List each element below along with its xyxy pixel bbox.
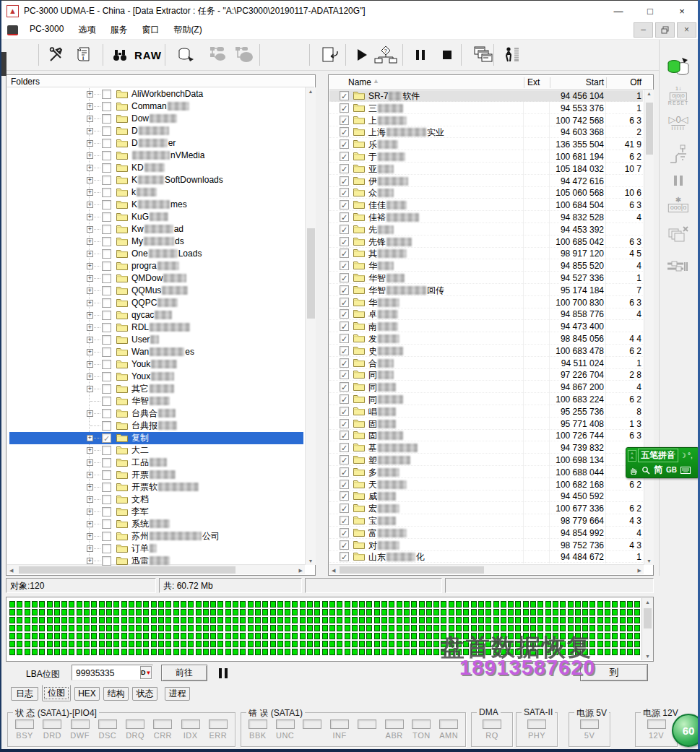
file-row[interactable]: ✓佳佳100 684 5046 3 bbox=[329, 199, 643, 211]
database-export-button[interactable] bbox=[173, 45, 199, 65]
tools-button[interactable] bbox=[45, 45, 68, 65]
file-row[interactable]: ✓上海实业94 603 3682 bbox=[329, 126, 643, 138]
tree-checkbox[interactable] bbox=[102, 212, 111, 222]
file-row[interactable]: ✓同97 226 7042 8 bbox=[329, 369, 643, 381]
tree-row[interactable]: +QQPC bbox=[7, 297, 303, 309]
tree-checkbox[interactable] bbox=[102, 188, 111, 197]
tree-row[interactable]: +QQMus bbox=[7, 285, 303, 297]
file-row[interactable]: ✓先锋100 685 0426 3 bbox=[329, 236, 643, 248]
tree-expander-icon[interactable]: + bbox=[87, 300, 93, 306]
tree-expander-icon[interactable]: + bbox=[87, 410, 93, 417]
tree-expander-icon[interactable]: + bbox=[87, 337, 93, 343]
tree-row[interactable]: +D bbox=[7, 125, 303, 137]
tree-checkbox[interactable] bbox=[102, 458, 111, 467]
tree-expander-icon[interactable]: + bbox=[87, 91, 93, 98]
ime-simplified-label[interactable]: 简 bbox=[654, 464, 662, 476]
file-row[interactable]: ✓同100 683 2246 2 bbox=[329, 394, 643, 405]
tree-expander-icon[interactable]: + bbox=[87, 312, 93, 319]
file-checkbox[interactable]: ✓ bbox=[340, 152, 349, 161]
tree-expander-icon[interactable]: + bbox=[87, 165, 93, 171]
tree-checkbox[interactable] bbox=[102, 286, 111, 295]
ime-keyboard-icon[interactable] bbox=[680, 467, 691, 474]
ime-toolbar[interactable]: ^^ 五笔拼音 ☽ °, 简 GB bbox=[626, 447, 699, 478]
tree-checkbox[interactable] bbox=[102, 311, 111, 320]
file-checkbox[interactable]: ✓ bbox=[340, 127, 349, 137]
ime-collapse-icon[interactable]: ^^ bbox=[628, 450, 636, 462]
tree-checkbox[interactable] bbox=[102, 421, 111, 431]
ime-search-icon[interactable] bbox=[641, 466, 650, 475]
ime-punct-icon[interactable]: °, bbox=[688, 451, 693, 459]
tree-expander-icon[interactable]: + bbox=[87, 202, 93, 208]
tree-checkbox[interactable] bbox=[102, 163, 111, 173]
tree-row[interactable]: +KuG bbox=[7, 211, 303, 223]
file-row[interactable]: ✓上100 742 5686 3 bbox=[329, 115, 643, 126]
file-row[interactable]: ✓史100 683 4786 2 bbox=[329, 345, 643, 357]
tree-row[interactable]: +开票 bbox=[7, 469, 303, 481]
file-checkbox[interactable]: ✓ bbox=[340, 309, 349, 319]
file-checkbox[interactable]: ✓ bbox=[340, 480, 349, 489]
tree-checkbox[interactable] bbox=[102, 249, 111, 259]
file-row[interactable]: ✓宏100 677 3366 2 bbox=[329, 503, 643, 514]
tree-row[interactable]: +progra bbox=[7, 260, 303, 272]
file-row[interactable]: ✓乐136 355 50441 9 bbox=[329, 139, 643, 150]
file-row[interactable]: ✓同94 867 2004 bbox=[329, 381, 643, 393]
tree-checkbox[interactable] bbox=[102, 114, 111, 124]
export-data-button[interactable] bbox=[318, 45, 342, 65]
file-row[interactable]: ✓于100 681 1946 2 bbox=[329, 151, 643, 163]
menu-item-2[interactable]: 服务 bbox=[103, 24, 134, 36]
tree-row[interactable]: +KD bbox=[7, 162, 303, 174]
file-row[interactable]: ✓其98 917 1204 5 bbox=[329, 248, 643, 259]
tree-row[interactable]: +Myds bbox=[7, 235, 303, 248]
file-checkbox[interactable]: ✓ bbox=[340, 394, 349, 404]
file-checkbox[interactable]: ✓ bbox=[340, 455, 349, 464]
file-checkbox[interactable]: ✓ bbox=[340, 321, 349, 331]
tree-row[interactable]: +AliWorkbenchData bbox=[7, 88, 303, 100]
tree-row[interactable]: +qycac bbox=[7, 309, 303, 321]
search-icon[interactable] bbox=[108, 45, 131, 65]
stop-button[interactable] bbox=[438, 45, 457, 65]
tree-row[interactable]: +RDL bbox=[7, 321, 303, 334]
file-row[interactable]: ✓南94 473 400 bbox=[329, 321, 643, 332]
column-start[interactable]: Start bbox=[550, 77, 604, 87]
tree-expander-icon[interactable]: + bbox=[87, 533, 93, 540]
tree-checkbox[interactable] bbox=[102, 532, 111, 541]
tree-checkbox[interactable] bbox=[102, 519, 111, 529]
file-checkbox[interactable]: ✓ bbox=[340, 200, 349, 209]
file-checkbox[interactable]: ✓ bbox=[340, 419, 349, 428]
file-checkbox[interactable]: ✓ bbox=[340, 164, 349, 173]
tree-row[interactable]: +nVMedia bbox=[7, 150, 303, 162]
build-map-alt-button[interactable] bbox=[231, 45, 257, 65]
file-checkbox[interactable]: ✓ bbox=[340, 370, 349, 379]
tree-expander-icon[interactable]: + bbox=[87, 116, 93, 122]
file-list-horizontal-scrollbar[interactable]: ◀ ▶ bbox=[329, 564, 644, 574]
tree-row[interactable]: +User bbox=[7, 334, 303, 346]
tree-checkbox[interactable] bbox=[102, 544, 111, 553]
tree-checkbox[interactable] bbox=[102, 126, 111, 136]
file-row[interactable]: ✓发98 845 0564 4 bbox=[329, 333, 643, 345]
file-checkbox[interactable]: ✓ bbox=[340, 285, 349, 295]
file-checkbox[interactable]: ✓ bbox=[340, 491, 349, 501]
tree-checkbox[interactable] bbox=[102, 409, 111, 418]
reset-counter-button[interactable]: 1↓ 0|0|0 RESET bbox=[668, 86, 688, 105]
goto-button[interactable]: 前往 bbox=[161, 665, 207, 681]
file-row[interactable]: ✓基94 739 832 bbox=[329, 442, 643, 454]
tree-row[interactable]: +Youx bbox=[7, 371, 303, 383]
file-checkbox[interactable]: ✓ bbox=[340, 261, 349, 270]
menu-item-1[interactable]: 选项 bbox=[71, 24, 103, 36]
file-row[interactable]: ✓SR-7软件94 456 1041 bbox=[329, 90, 643, 102]
tree-expander-icon[interactable]: + bbox=[87, 288, 93, 294]
menu-item-0[interactable]: PC-3000 bbox=[22, 24, 71, 36]
parameters-button[interactable]: ▷0◁ lllll bbox=[668, 115, 688, 132]
tree-expander-icon[interactable]: + bbox=[87, 349, 93, 355]
file-row[interactable]: ✓宝98 779 6644 3 bbox=[329, 515, 643, 527]
tree-row[interactable]: +大二 bbox=[7, 444, 303, 457]
tree-checkbox[interactable] bbox=[102, 102, 111, 111]
mdi-minimize-button[interactable]: – bbox=[634, 22, 653, 38]
tree-expander-icon[interactable]: + bbox=[87, 238, 93, 245]
tree-expander-icon[interactable]: + bbox=[87, 251, 93, 257]
file-checkbox[interactable]: ✓ bbox=[340, 212, 349, 222]
file-checkbox[interactable]: ✓ bbox=[340, 528, 349, 537]
tree-row[interactable]: +Kwad bbox=[7, 223, 303, 235]
file-row[interactable]: ✓伊94 472 616 bbox=[329, 176, 643, 187]
tree-expander-icon[interactable]: + bbox=[87, 509, 93, 515]
